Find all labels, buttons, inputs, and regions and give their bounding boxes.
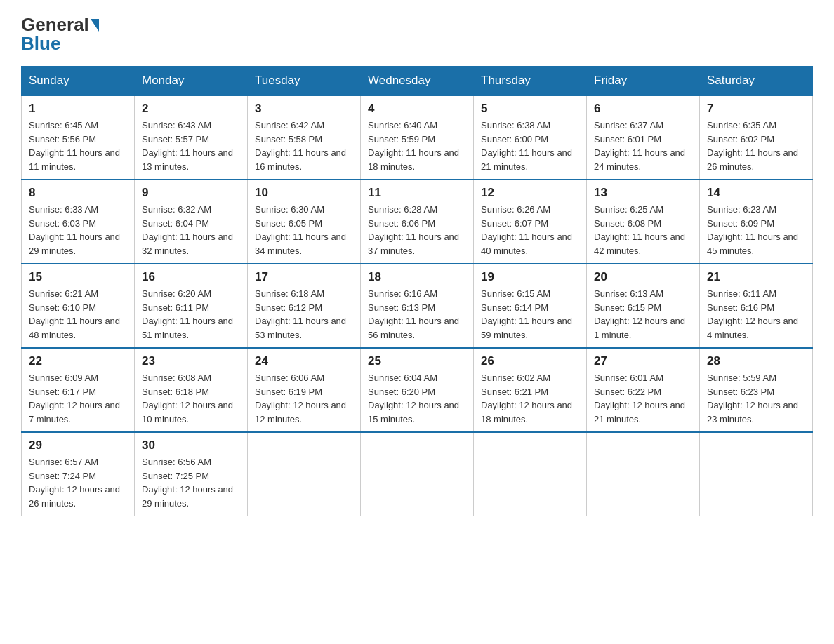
day-number: 7	[707, 102, 805, 116]
day-cell: 9Sunrise: 6:32 AMSunset: 6:04 PMDaylight…	[135, 180, 248, 264]
day-cell: 4Sunrise: 6:40 AMSunset: 5:59 PMDaylight…	[361, 95, 474, 180]
day-cell: 23Sunrise: 6:08 AMSunset: 6:18 PMDayligh…	[135, 348, 248, 432]
day-cell	[361, 432, 474, 516]
day-cell: 20Sunrise: 6:13 AMSunset: 6:15 PMDayligh…	[587, 264, 700, 348]
day-number: 12	[481, 186, 579, 200]
day-number: 2	[142, 102, 240, 116]
day-cell: 11Sunrise: 6:28 AMSunset: 6:06 PMDayligh…	[361, 180, 474, 264]
day-number: 16	[142, 270, 240, 284]
logo-arrow-icon	[91, 19, 99, 32]
day-number: 10	[255, 186, 353, 200]
header-thursday: Thursday	[474, 67, 587, 96]
day-number: 26	[481, 354, 579, 368]
day-cell: 10Sunrise: 6:30 AMSunset: 6:05 PMDayligh…	[248, 180, 361, 264]
day-cell: 12Sunrise: 6:26 AMSunset: 6:07 PMDayligh…	[474, 180, 587, 264]
header-tuesday: Tuesday	[248, 67, 361, 96]
day-cell: 7Sunrise: 6:35 AMSunset: 6:02 PMDaylight…	[700, 95, 813, 180]
day-info: Sunrise: 6:08 AMSunset: 6:18 PMDaylight:…	[142, 371, 240, 426]
day-cell: 15Sunrise: 6:21 AMSunset: 6:10 PMDayligh…	[22, 264, 135, 348]
day-info: Sunrise: 6:26 AMSunset: 6:07 PMDaylight:…	[481, 203, 579, 257]
day-number: 27	[594, 354, 692, 368]
header-monday: Monday	[135, 67, 248, 96]
day-number: 3	[255, 102, 353, 116]
day-cell: 26Sunrise: 6:02 AMSunset: 6:21 PMDayligh…	[474, 348, 587, 432]
day-number: 29	[29, 438, 127, 452]
day-info: Sunrise: 6:15 AMSunset: 6:14 PMDaylight:…	[481, 287, 579, 342]
week-row-3: 15Sunrise: 6:21 AMSunset: 6:10 PMDayligh…	[22, 264, 813, 348]
header-wednesday: Wednesday	[361, 67, 474, 96]
day-cell	[248, 432, 361, 516]
day-cell: 1Sunrise: 6:45 AMSunset: 5:56 PMDaylight…	[22, 95, 135, 180]
day-number: 28	[707, 354, 805, 368]
day-number: 30	[142, 438, 240, 452]
day-cell	[587, 432, 700, 516]
day-cell: 13Sunrise: 6:25 AMSunset: 6:08 PMDayligh…	[587, 180, 700, 264]
day-info: Sunrise: 6:13 AMSunset: 6:15 PMDaylight:…	[594, 287, 692, 342]
day-number: 20	[594, 270, 692, 284]
day-cell: 24Sunrise: 6:06 AMSunset: 6:19 PMDayligh…	[248, 348, 361, 432]
day-number: 11	[368, 186, 466, 200]
day-cell: 25Sunrise: 6:04 AMSunset: 6:20 PMDayligh…	[361, 348, 474, 432]
day-cell: 17Sunrise: 6:18 AMSunset: 6:12 PMDayligh…	[248, 264, 361, 348]
day-number: 15	[29, 270, 127, 284]
day-cell: 28Sunrise: 5:59 AMSunset: 6:23 PMDayligh…	[700, 348, 813, 432]
day-cell: 14Sunrise: 6:23 AMSunset: 6:09 PMDayligh…	[700, 180, 813, 264]
day-number: 14	[707, 186, 805, 200]
day-info: Sunrise: 6:56 AMSunset: 7:25 PMDaylight:…	[142, 455, 240, 510]
week-row-4: 22Sunrise: 6:09 AMSunset: 6:17 PMDayligh…	[22, 348, 813, 432]
day-cell: 29Sunrise: 6:57 AMSunset: 7:24 PMDayligh…	[22, 432, 135, 516]
header-sunday: Sunday	[22, 67, 135, 96]
day-cell: 2Sunrise: 6:43 AMSunset: 5:57 PMDaylight…	[135, 95, 248, 180]
day-info: Sunrise: 6:33 AMSunset: 6:03 PMDaylight:…	[29, 203, 127, 257]
day-info: Sunrise: 6:45 AMSunset: 5:56 PMDaylight:…	[29, 119, 127, 173]
day-info: Sunrise: 6:25 AMSunset: 6:08 PMDaylight:…	[594, 203, 692, 257]
day-cell: 6Sunrise: 6:37 AMSunset: 6:01 PMDaylight…	[587, 95, 700, 180]
logo-blue-text: Blue	[21, 33, 60, 55]
day-number: 1	[29, 102, 127, 116]
logo: General Blue	[21, 14, 100, 55]
day-number: 22	[29, 354, 127, 368]
week-row-2: 8Sunrise: 6:33 AMSunset: 6:03 PMDaylight…	[22, 180, 813, 264]
day-info: Sunrise: 6:40 AMSunset: 5:59 PMDaylight:…	[368, 119, 466, 173]
day-info: Sunrise: 6:32 AMSunset: 6:04 PMDaylight:…	[142, 203, 240, 257]
day-info: Sunrise: 6:37 AMSunset: 6:01 PMDaylight:…	[594, 119, 692, 173]
header-saturday: Saturday	[700, 67, 813, 96]
page-header: General Blue	[21, 14, 813, 55]
day-cell: 30Sunrise: 6:56 AMSunset: 7:25 PMDayligh…	[135, 432, 248, 516]
header-friday: Friday	[587, 67, 700, 96]
day-info: Sunrise: 6:09 AMSunset: 6:17 PMDaylight:…	[29, 371, 127, 426]
day-number: 13	[594, 186, 692, 200]
day-cell: 3Sunrise: 6:42 AMSunset: 5:58 PMDaylight…	[248, 95, 361, 180]
day-info: Sunrise: 6:23 AMSunset: 6:09 PMDaylight:…	[707, 203, 805, 257]
day-info: Sunrise: 6:42 AMSunset: 5:58 PMDaylight:…	[255, 119, 353, 173]
day-number: 24	[255, 354, 353, 368]
day-cell: 21Sunrise: 6:11 AMSunset: 6:16 PMDayligh…	[700, 264, 813, 348]
day-number: 25	[368, 354, 466, 368]
day-number: 23	[142, 354, 240, 368]
header-row: SundayMondayTuesdayWednesdayThursdayFrid…	[22, 67, 813, 96]
day-info: Sunrise: 6:43 AMSunset: 5:57 PMDaylight:…	[142, 119, 240, 173]
day-cell: 8Sunrise: 6:33 AMSunset: 6:03 PMDaylight…	[22, 180, 135, 264]
day-number: 5	[481, 102, 579, 116]
day-info: Sunrise: 6:35 AMSunset: 6:02 PMDaylight:…	[707, 119, 805, 173]
day-number: 9	[142, 186, 240, 200]
week-row-5: 29Sunrise: 6:57 AMSunset: 7:24 PMDayligh…	[22, 432, 813, 516]
day-info: Sunrise: 6:20 AMSunset: 6:11 PMDaylight:…	[142, 287, 240, 342]
day-cell: 16Sunrise: 6:20 AMSunset: 6:11 PMDayligh…	[135, 264, 248, 348]
day-info: Sunrise: 6:02 AMSunset: 6:21 PMDaylight:…	[481, 371, 579, 426]
day-cell	[700, 432, 813, 516]
day-number: 21	[707, 270, 805, 284]
day-cell	[474, 432, 587, 516]
day-info: Sunrise: 5:59 AMSunset: 6:23 PMDaylight:…	[707, 371, 805, 426]
day-cell: 22Sunrise: 6:09 AMSunset: 6:17 PMDayligh…	[22, 348, 135, 432]
day-info: Sunrise: 6:28 AMSunset: 6:06 PMDaylight:…	[368, 203, 466, 257]
day-number: 4	[368, 102, 466, 116]
day-info: Sunrise: 6:21 AMSunset: 6:10 PMDaylight:…	[29, 287, 127, 342]
day-cell: 27Sunrise: 6:01 AMSunset: 6:22 PMDayligh…	[587, 348, 700, 432]
day-number: 17	[255, 270, 353, 284]
day-info: Sunrise: 6:38 AMSunset: 6:00 PMDaylight:…	[481, 119, 579, 173]
week-row-1: 1Sunrise: 6:45 AMSunset: 5:56 PMDaylight…	[22, 95, 813, 180]
day-number: 18	[368, 270, 466, 284]
day-number: 8	[29, 186, 127, 200]
day-cell: 19Sunrise: 6:15 AMSunset: 6:14 PMDayligh…	[474, 264, 587, 348]
